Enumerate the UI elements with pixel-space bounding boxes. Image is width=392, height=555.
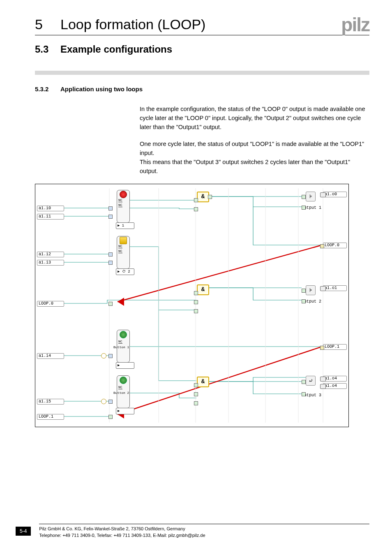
- section-heading: 5.3 Example configurations: [35, 44, 369, 55]
- in-term: [108, 400, 113, 404]
- button2-label: Button 2: [113, 391, 129, 395]
- io-a1o4a: a1.o4: [323, 376, 347, 382]
- footer-line2: Telephone: +49 711 3409-0, Telefax: +49 …: [39, 533, 205, 538]
- loop-out-term: [320, 244, 324, 248]
- and-gate-1: &: [197, 192, 209, 202]
- in-term: [108, 252, 113, 257]
- nc-label: NC: [118, 385, 122, 389]
- io-loop1-in: LOOP.1: [37, 414, 64, 420]
- paragraph-1: In the example configuration, the status…: [140, 105, 369, 132]
- gate-pin: [194, 401, 198, 405]
- io-a1i3: a1.i3: [37, 260, 64, 266]
- timer-2: ▶ ⏱ 2: [116, 268, 134, 275]
- in-term: [108, 415, 113, 419]
- out-pin: [302, 380, 306, 384]
- paragraph-2b: This means that the "Output 3" output sw…: [140, 159, 350, 174]
- io-loop0-out: LOOP.0: [323, 243, 347, 248]
- output-block-3: ⤾: [306, 376, 316, 386]
- in-term: [108, 261, 113, 265]
- paragraph-2: One more cycle later, the status of outp…: [140, 140, 369, 176]
- and-gate-2: &: [197, 284, 209, 295]
- button1-label: Button 1: [113, 345, 129, 349]
- and-gate-3: &: [197, 377, 209, 387]
- io-a1o4b: a1.o4: [323, 383, 347, 389]
- section-title: Example configurations: [60, 44, 172, 55]
- page-number: 5-4: [16, 527, 31, 536]
- io-loop1-out: LOOP.1: [323, 344, 347, 350]
- in-term: [108, 354, 113, 358]
- out-conn-icon: [320, 377, 326, 382]
- wire-layer: [35, 184, 348, 427]
- subsection-title: Application using two loops: [60, 86, 143, 92]
- nc-label: NC: [118, 244, 122, 248]
- io-a1o1: a1.o1: [323, 285, 347, 291]
- function-block-diagram: a1.i0 a1.i1 a1.i2 a1.i3 LOOP.0 a1.i4 a1.…: [35, 184, 349, 427]
- chapter-number: 5: [35, 16, 60, 32]
- out-pin: [302, 206, 306, 210]
- subsection-heading: 5.3.2 Application using two loops: [35, 86, 369, 92]
- in-term: [108, 206, 113, 210]
- out-conn-icon: [320, 286, 326, 291]
- nc-label: NC: [118, 340, 122, 344]
- subsection-number: 5.3.2: [35, 86, 60, 92]
- io-a1i1: a1.i1: [37, 214, 64, 220]
- gate-pin: [194, 198, 198, 202]
- output-block-1: ⊧: [306, 192, 316, 201]
- gate-pin: [194, 392, 198, 396]
- timer-1: ▶ 1: [116, 222, 134, 229]
- footer-address: Pilz GmbH & Co. KG, Felix-Wankel-Straße …: [39, 524, 369, 539]
- footer-line1: Pilz GmbH & Co. KG, Felix-Wankel-Straße …: [39, 526, 185, 531]
- timer-3: ▶: [116, 362, 134, 369]
- gate-pin: [194, 207, 198, 211]
- out-conn-icon: [320, 192, 326, 197]
- page-header: 5 Loop formation (LOOP) pilz: [35, 16, 369, 35]
- io-a1i5: a1.i5: [37, 399, 64, 405]
- io-loop0-in: LOOP.0: [37, 301, 64, 307]
- safety-gate-icon: [120, 237, 127, 244]
- in-term: [108, 302, 113, 306]
- timer-4: ▶: [116, 408, 134, 414]
- in-term: [108, 215, 113, 219]
- page-footer: 5-4 Pilz GmbH & Co. KG, Felix-Wankel-Str…: [16, 524, 369, 539]
- chapter-title: Loop formation (LOOP): [60, 16, 341, 32]
- out-pin: [302, 299, 306, 303]
- gate-pin: [194, 291, 198, 295]
- nc-label: NC: [118, 203, 122, 207]
- nc-label: NC: [118, 249, 122, 253]
- gate-pin: [208, 195, 212, 199]
- svg-marker-0: [118, 298, 124, 306]
- output-block-2: ⊧: [306, 285, 316, 295]
- nc-label: NC: [118, 198, 122, 202]
- io-a1o0: a1.o0: [323, 192, 347, 197]
- out-pin: [302, 392, 306, 396]
- section-number: 5.3: [35, 44, 60, 55]
- out-conn-icon: [320, 384, 326, 389]
- gate-pin: [194, 309, 198, 313]
- brand-logo: pilz: [341, 17, 369, 32]
- gate-pin: [194, 383, 198, 387]
- section-divider: [35, 71, 369, 75]
- gate-pin: [194, 300, 198, 304]
- io-a1i4: a1.i4: [37, 353, 64, 359]
- paragraph-2a: One more cycle later, the status of outp…: [140, 141, 364, 156]
- io-a1i0: a1.i0: [37, 206, 64, 211]
- io-a1i2: a1.i2: [37, 252, 64, 257]
- out-pin: [302, 289, 306, 293]
- out-pin: [302, 195, 306, 199]
- loop-out-term: [320, 346, 324, 350]
